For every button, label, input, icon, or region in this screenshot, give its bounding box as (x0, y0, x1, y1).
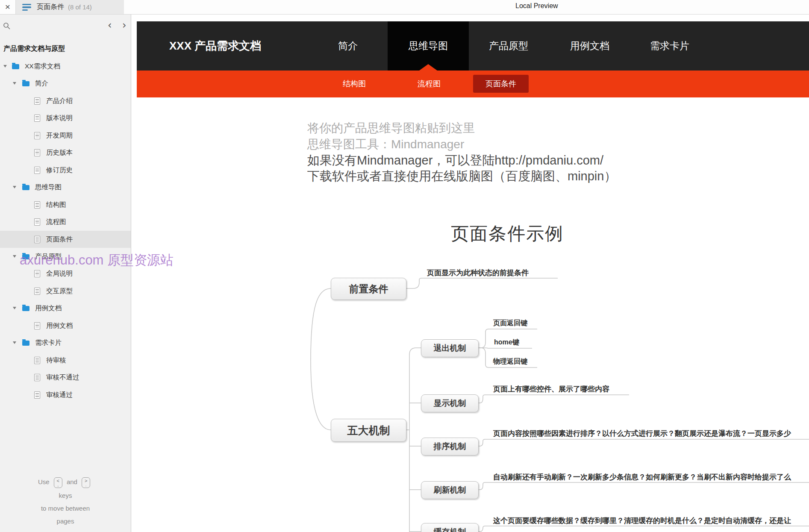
tree-item-16[interactable]: 需求卡片 (0, 334, 131, 351)
mindmap-note-refresh: 自动刷新还有手动刷新？一次刷新多少条信息？如何刷新更多？当刷不出新内容时给提示了… (493, 472, 791, 482)
folder-icon (22, 254, 29, 259)
prototype-title: XXX 产品需求文档 (169, 21, 261, 71)
mindmap-node-display: 显示机制 (421, 394, 479, 412)
search-icon[interactable] (3, 22, 11, 30)
subnav-item-0[interactable]: 结构图 (324, 71, 384, 97)
mindmap-note-cache: 这个页面要缓存哪些数据？缓存到哪里？清理缓存的时机是什么？是定时自动清缓存，还是… (493, 516, 791, 526)
page-icon (34, 322, 40, 329)
page-icon (34, 391, 40, 399)
nav-item-2[interactable]: 产品原型 (474, 21, 543, 71)
mindmap-node-exit: 退出机制 (421, 339, 479, 357)
sitemap-sidebar: ‹ › 产品需求文档与原型 XX需求文档简介产品介绍版本说明开发周期历史版本修订… (0, 14, 131, 532)
nav-item-1[interactable]: 思维导图 (388, 21, 469, 71)
tree-item-4[interactable]: 开发周期 (0, 127, 131, 144)
prev-page-arrow[interactable]: ‹ (108, 20, 112, 30)
next-page-arrow[interactable]: › (122, 20, 126, 30)
page-icon (34, 149, 40, 156)
tree-item-6[interactable]: 修订历史 (0, 162, 131, 179)
page-tab[interactable]: 页面条件 (8 of 14) (16, 0, 124, 14)
nav-item-0[interactable]: 简介 (314, 21, 382, 71)
page-icon (34, 97, 40, 105)
tree-item-3[interactable]: 版本说明 (0, 109, 131, 126)
tree-item-label: 审核不通过 (46, 369, 79, 386)
mindmap-title: 页面条件示例 (451, 222, 564, 246)
body-text-2: 下载软件或者直接使用在线版脑图（百度脑图、minpin） (307, 168, 616, 185)
page-icon (34, 201, 40, 209)
prototype-subnav-bar: 结构图流程图页面条件 (137, 71, 809, 97)
tree-item-11[interactable]: 产品原型 (0, 248, 131, 265)
tree-item-label: 结构图 (46, 196, 66, 213)
folder-icon (22, 185, 29, 190)
key-less-than: <, (54, 477, 62, 488)
mindmap-node-cache: 缓存机制 (421, 523, 479, 532)
tree-item-7[interactable]: 思维导图 (0, 179, 131, 196)
tree-item-label: XX需求文档 (25, 58, 60, 75)
tree-item-19[interactable]: 审核通过 (0, 386, 131, 403)
tree-item-label: 简介 (35, 75, 48, 92)
page-icon (34, 115, 40, 122)
expander-icon[interactable] (13, 186, 16, 188)
page-icon (34, 357, 40, 364)
sitemap-root-title: 产品需求文档与原型 (3, 44, 65, 53)
folder-icon (22, 81, 29, 86)
tree-item-label: 产品原型 (35, 248, 62, 265)
expander-icon[interactable] (3, 65, 7, 68)
tree-item-17[interactable]: 待审核 (0, 352, 131, 369)
tree-item-label: 审核通过 (46, 386, 73, 403)
tree-item-label: 页面条件 (46, 231, 73, 248)
active-tab-pointer (419, 64, 437, 71)
expander-icon[interactable] (13, 307, 16, 309)
tree-item-label: 交互原型 (46, 282, 73, 300)
tree-item-label: 全局说明 (46, 265, 73, 282)
tree-item-label: 用例文档 (46, 317, 73, 334)
prototype-nav-bar: XXX 产品需求文档 简介思维导图产品原型用例文档需求卡片 (137, 21, 809, 71)
tree-item-0[interactable]: XX需求文档 (0, 58, 131, 75)
tree-item-label: 待审核 (46, 352, 66, 369)
sitemap-toggle-icon[interactable] (22, 4, 32, 11)
local-preview-label: Local Preview (515, 2, 558, 10)
body-text-1: 如果没有Mindmanager，可以登陆http://pmdaniu.com/ (307, 152, 603, 169)
mindmap-note-precondition: 页面显示为此种状态的前提条件 (427, 268, 529, 278)
subnav-item-2[interactable]: 页面条件 (473, 75, 529, 93)
tree-item-15[interactable]: 用例文档 (0, 317, 131, 334)
page-tab-title: 页面条件 (37, 3, 64, 12)
nav-item-3[interactable]: 用例文档 (556, 21, 624, 71)
tree-item-8[interactable]: 结构图 (0, 196, 131, 213)
tree-item-label: 思维导图 (35, 179, 62, 196)
page-icon (34, 374, 40, 381)
hint-text-1: 将你的产品思维导图粘贴到这里 (307, 120, 475, 136)
page-icon (34, 236, 40, 243)
help-line-4: pages (0, 515, 131, 528)
tree-item-5[interactable]: 历史版本 (0, 144, 131, 161)
expander-icon[interactable] (13, 255, 16, 258)
tree-item-label: 需求卡片 (35, 334, 62, 351)
page-icon (34, 288, 40, 295)
tree-item-13[interactable]: 交互原型 (0, 282, 131, 300)
subnav-item-1[interactable]: 流程图 (399, 71, 459, 97)
help-line-keys: Use <, and >. (0, 475, 131, 489)
expander-icon[interactable] (13, 341, 16, 344)
tree-item-2[interactable]: 产品介绍 (0, 92, 131, 109)
tree-item-14[interactable]: 用例文档 (0, 300, 131, 317)
folder-icon (22, 341, 29, 346)
top-bar: × 页面条件 (8 of 14) Local Preview (0, 0, 809, 15)
tree-item-18[interactable]: 审核不通过 (0, 369, 131, 386)
mindmap-node-five-mechanisms: 五大机制 (331, 419, 406, 442)
tree-item-10[interactable]: 页面条件 (0, 231, 131, 248)
tree-item-12[interactable]: 全局说明 (0, 265, 131, 282)
mindmap-leaf-page-back: 页面返回键 (493, 319, 527, 328)
page-icon (34, 132, 40, 139)
tree-item-1[interactable]: 简介 (0, 75, 131, 92)
mindmap-note-display: 页面上有哪些控件、展示了哪些内容 (493, 384, 609, 394)
mindmap-note-sort: 页面内容按照哪些因素进行排序？以什么方式进行展示？翻页展示还是瀑布流？一页显示多… (493, 429, 791, 438)
tree-item-9[interactable]: 流程图 (0, 213, 131, 230)
tree-item-label: 历史版本 (46, 144, 73, 161)
close-icon[interactable]: × (2, 1, 14, 13)
expander-icon[interactable] (13, 82, 16, 85)
folder-icon (12, 64, 19, 69)
nav-item-4[interactable]: 需求卡片 (635, 21, 704, 71)
page-tab-count: (8 of 14) (68, 3, 92, 11)
page-icon (34, 167, 40, 174)
tree-item-label: 流程图 (46, 213, 66, 230)
mindmap-leaf-physical-back: 物理返回键 (493, 357, 527, 366)
